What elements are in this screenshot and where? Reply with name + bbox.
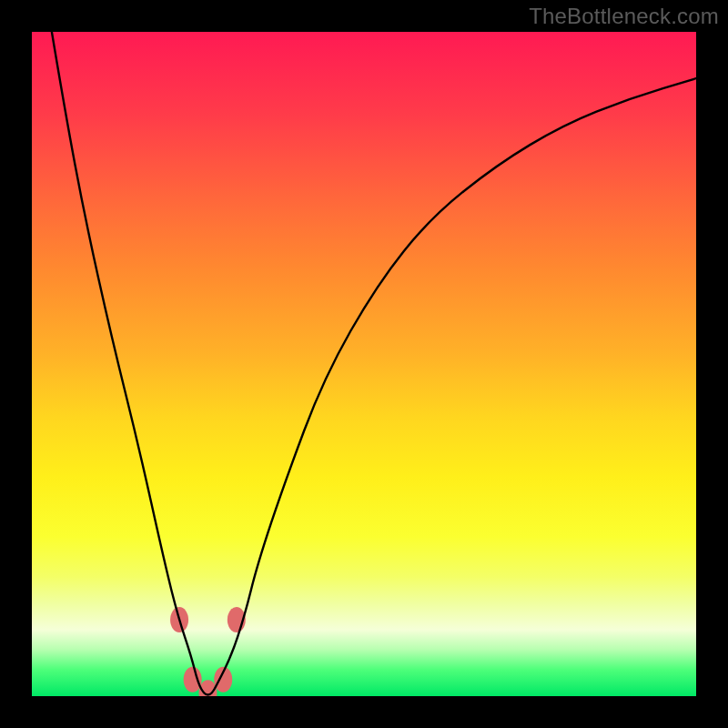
curve-marker (184, 667, 202, 693)
markers-group (170, 607, 246, 696)
plot-area (32, 32, 696, 696)
chart-frame: TheBottleneck.com (0, 0, 728, 728)
watermark-text: TheBottleneck.com (529, 4, 719, 29)
curve-layer (32, 32, 696, 696)
bottleneck-curve (52, 32, 696, 695)
